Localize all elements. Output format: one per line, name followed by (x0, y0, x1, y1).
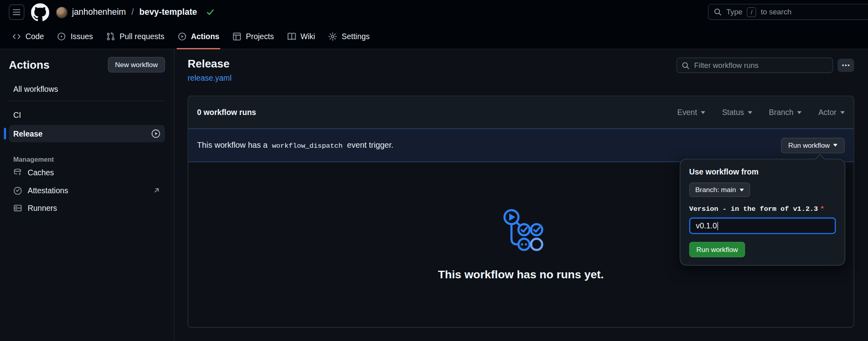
slash-key: / (747, 7, 757, 17)
sidebar-item-caches[interactable]: Caches (9, 165, 165, 181)
version-input-value: v0.1.0 (696, 221, 717, 230)
breadcrumb-separator: / (131, 7, 134, 17)
repo-breadcrumb: janhohenheim / bevy-template (56, 6, 215, 18)
search-icon (681, 61, 690, 69)
caret-down-icon (840, 111, 845, 114)
search-placeholder-suffix: to search (761, 8, 791, 16)
tab-code[interactable]: Code (7, 24, 50, 49)
banner-event-code: workflow_dispatch (270, 142, 345, 150)
branch-selector-button[interactable]: Branch: main (689, 182, 750, 197)
global-header: janhohenheim / bevy-template Type / to s… (0, 0, 868, 24)
workflow-label: CI (13, 110, 21, 119)
tab-label: Wiki (300, 32, 315, 41)
version-input-label: Version - in the form of v1.2.3* (689, 205, 836, 213)
workflow-graph-illustration (498, 208, 544, 254)
tab-label: Code (26, 32, 44, 41)
kebab-icon (841, 61, 850, 69)
tab-label: Pull requests (119, 32, 164, 41)
caret-down-icon (833, 144, 838, 147)
repo-nav: Code Issues Pull requests Actions Projec… (0, 24, 868, 49)
sidebar-item-runners[interactable]: Runners (9, 200, 165, 216)
issues-icon (57, 32, 66, 41)
version-input[interactable]: v0.1.0 (689, 218, 836, 234)
verified-icon (13, 186, 22, 195)
sidebar-item-label: Runners (28, 204, 57, 212)
caret-down-icon (739, 188, 744, 191)
filter-label: Status (722, 108, 744, 117)
runs-count: 0 workflow runs (197, 108, 256, 117)
banner-text-before: This workflow has a (197, 141, 267, 149)
actor-filter-dropdown[interactable]: Actor (818, 108, 845, 117)
status-check-icon[interactable] (206, 8, 215, 16)
search-icon (713, 8, 722, 16)
empty-state-message: This workflow has no runs yet. (438, 268, 604, 281)
banner-text: This workflow has a workflow_dispatch ev… (197, 141, 393, 150)
repo-link[interactable]: bevy-template (139, 7, 197, 17)
actions-icon (178, 32, 187, 41)
run-workflow-dropdown-button[interactable]: Run workflow (781, 137, 844, 153)
workflow-dispatch-play-icon (151, 129, 161, 139)
popover-title: Use workflow from (689, 167, 836, 176)
projects-icon (232, 32, 241, 41)
tab-settings[interactable]: Settings (323, 24, 375, 49)
owner-avatar[interactable] (56, 6, 68, 18)
settings-icon (328, 32, 337, 41)
tab-issues[interactable]: Issues (52, 24, 99, 49)
caret-down-icon (748, 111, 752, 114)
tab-wiki[interactable]: Wiki (282, 24, 321, 49)
workflow-label: Release (13, 129, 42, 138)
tab-projects[interactable]: Projects (227, 24, 279, 49)
code-icon (12, 32, 21, 41)
sidebar-item-all-workflows[interactable]: All workflows (9, 82, 165, 95)
hamburger-menu-button[interactable] (9, 4, 24, 20)
text-cursor (717, 222, 718, 230)
search-placeholder-prefix: Type (726, 8, 743, 16)
sidebar-title: Actions (9, 58, 50, 71)
management-section-label: Management (9, 155, 165, 163)
sidebar-item-label: Caches (28, 168, 54, 177)
run-workflow-submit-button[interactable]: Run workflow (689, 242, 745, 258)
arrow-up-right-icon (153, 186, 160, 194)
tab-label: Actions (191, 32, 219, 41)
global-search-input[interactable]: Type / to search (708, 4, 868, 20)
branch-filter-dropdown[interactable]: Branch (769, 108, 802, 117)
new-workflow-button[interactable]: New workflow (108, 57, 165, 73)
sidebar-item-label: Attestations (28, 186, 68, 195)
filter-label: Branch (769, 108, 793, 117)
caret-down-icon (797, 111, 802, 114)
github-actions-page: janhohenheim / bevy-template Type / to s… (0, 0, 868, 341)
wiki-icon (287, 32, 296, 41)
tab-label: Issues (71, 32, 93, 41)
filter-label: Event (677, 108, 697, 117)
sidebar-item-attestations[interactable]: Attestations (9, 182, 165, 199)
github-logo[interactable] (31, 3, 50, 22)
actions-sidebar: Actions New workflow All workflows CI Re… (0, 49, 175, 341)
caret-down-icon (701, 111, 705, 114)
banner-text-after: event trigger. (347, 141, 393, 149)
sidebar-divider (9, 101, 165, 101)
tab-pull-requests[interactable]: Pull requests (101, 24, 170, 49)
workflow-file-link[interactable]: release.yaml (188, 73, 232, 82)
runs-list-header: 0 workflow runs Event Status Branch Acto… (188, 96, 854, 128)
server-icon (13, 204, 22, 212)
pull-requests-icon (106, 32, 115, 41)
version-label-text: Version - in the form of v1.2.3 (689, 205, 818, 213)
tab-label: Settings (342, 32, 369, 41)
tab-actions[interactable]: Actions (172, 24, 225, 49)
status-filter-dropdown[interactable]: Status (722, 108, 752, 117)
tab-label: Projects (246, 32, 274, 41)
filter-workflow-runs-input[interactable] (676, 57, 833, 73)
owner-link[interactable]: janhohenheim (72, 7, 126, 17)
run-workflow-label: Run workflow (788, 141, 830, 149)
workflow-options-button[interactable] (838, 59, 854, 72)
hamburger-icon (12, 8, 21, 16)
required-asterisk: * (820, 205, 824, 213)
event-filter-dropdown[interactable]: Event (677, 108, 705, 117)
sidebar-item-workflow-ci[interactable]: CI (9, 106, 165, 123)
sidebar-item-workflow-release[interactable]: Release (9, 125, 165, 142)
branch-selector-label: Branch: main (695, 186, 736, 194)
database-icon (13, 168, 22, 177)
workflow-dispatch-banner: This workflow has a workflow_dispatch ev… (188, 129, 854, 163)
run-workflow-popover: Use workflow from Branch: main Version -… (680, 159, 845, 266)
filter-label: Actor (818, 108, 836, 117)
